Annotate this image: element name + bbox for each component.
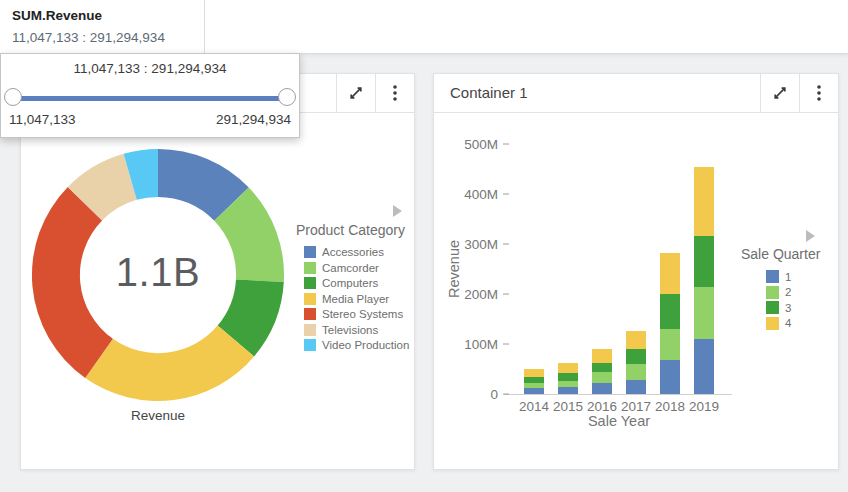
slider-labels: 11,047,133 291,294,934 bbox=[9, 112, 291, 127]
legend-collapse-icon[interactable] bbox=[393, 205, 402, 217]
slider-handle-max[interactable] bbox=[278, 88, 296, 106]
legend-item-computers[interactable]: Computers bbox=[304, 277, 416, 289]
y-tick-label: 500M bbox=[464, 137, 498, 152]
legend-swatch bbox=[766, 301, 779, 314]
x-tick-label: 2018 bbox=[655, 399, 685, 414]
bar-2018-q1[interactable] bbox=[660, 360, 680, 394]
bar-2016-q4[interactable] bbox=[592, 349, 612, 363]
bar-2017-q2[interactable] bbox=[626, 364, 646, 380]
legend-label: 4 bbox=[785, 317, 791, 329]
filter-range-value: 11,047,133 : 291,294,934 bbox=[12, 30, 192, 45]
bar-2015-q1[interactable] bbox=[558, 387, 578, 394]
legend-label: Video Production bbox=[322, 339, 409, 351]
legend-item-1[interactable]: 1 bbox=[766, 270, 836, 283]
x-tick-label: 2019 bbox=[689, 399, 719, 414]
legend-item-camcorder[interactable]: Camcorder bbox=[304, 262, 416, 274]
legend-label: Media Player bbox=[322, 293, 389, 305]
x-tick-label: 2014 bbox=[519, 399, 550, 414]
panel-title: Container 1 bbox=[434, 74, 760, 112]
legend-swatch bbox=[304, 339, 316, 351]
x-tick-label: 2015 bbox=[553, 399, 583, 414]
donut-legend-title: Product Category bbox=[296, 222, 416, 238]
slider-max-label: 291,294,934 bbox=[216, 112, 291, 127]
y-tick-label: 100M bbox=[464, 337, 498, 352]
legend-item-2[interactable]: 2 bbox=[766, 286, 836, 299]
bar-legend-title: Sale Quarter bbox=[741, 246, 836, 262]
donut-legend: Product Category AccessoriesCamcorderCom… bbox=[296, 222, 416, 355]
kebab-menu-icon[interactable] bbox=[799, 74, 838, 112]
bar-2015-q4[interactable] bbox=[558, 363, 578, 373]
legend-swatch bbox=[766, 317, 779, 330]
y-tick-label: 200M bbox=[464, 287, 498, 302]
revenue-filter-card[interactable]: SUM.Revenue 11,047,133 : 291,294,934 bbox=[0, 0, 205, 53]
legend-swatch bbox=[304, 277, 316, 289]
bar-2015-q3[interactable] bbox=[558, 373, 578, 381]
slider-range-label: 11,047,133 : 291,294,934 bbox=[1, 61, 299, 76]
bar-panel-header: Container 1 bbox=[434, 74, 838, 113]
legend-label: 3 bbox=[785, 302, 791, 314]
legend-item-stereo-systems[interactable]: Stereo Systems bbox=[304, 308, 416, 320]
bar-2019-q1[interactable] bbox=[694, 339, 714, 394]
legend-item-televisions[interactable]: Televisions bbox=[304, 324, 416, 336]
bar-2018-q4[interactable] bbox=[660, 253, 680, 294]
bar-2018-q2[interactable] bbox=[660, 329, 680, 360]
x-tick-label: 2016 bbox=[587, 399, 617, 414]
x-axis-title: Sale Year bbox=[588, 413, 650, 429]
bar-2016-q3[interactable] bbox=[592, 363, 612, 372]
legend-label: Stereo Systems bbox=[322, 308, 403, 320]
slider-min-label: 11,047,133 bbox=[9, 112, 76, 127]
filter-bar: SUM.Revenue 11,047,133 : 291,294,934 bbox=[0, 0, 848, 54]
range-slider[interactable] bbox=[1, 87, 299, 109]
kebab-menu-icon[interactable] bbox=[375, 74, 414, 112]
legend-swatch bbox=[304, 324, 316, 336]
legend-label: Computers bbox=[322, 277, 378, 289]
donut-legend-items: AccessoriesCamcorderComputersMedia Playe… bbox=[296, 246, 416, 351]
legend-swatch bbox=[766, 270, 779, 283]
donut-segment-media-player[interactable] bbox=[85, 326, 254, 402]
legend-item-4[interactable]: 4 bbox=[766, 317, 836, 330]
legend-label: Accessories bbox=[322, 246, 384, 258]
x-tick-label: 2017 bbox=[621, 399, 651, 414]
legend-item-3[interactable]: 3 bbox=[766, 301, 836, 314]
legend-item-accessories[interactable]: Accessories bbox=[304, 246, 416, 258]
legend-swatch bbox=[304, 246, 316, 258]
bar-2014-q3[interactable] bbox=[524, 377, 544, 383]
donut-measure-label: Revenue bbox=[58, 408, 258, 423]
legend-item-video-production[interactable]: Video Production bbox=[304, 339, 416, 351]
legend-label: Camcorder bbox=[322, 262, 379, 274]
legend-collapse-icon[interactable] bbox=[806, 230, 815, 242]
legend-swatch bbox=[304, 293, 316, 305]
filter-title: SUM.Revenue bbox=[12, 8, 192, 23]
legend-swatch bbox=[304, 308, 316, 320]
bar-2016-q2[interactable] bbox=[592, 372, 612, 383]
y-tick-label: 400M bbox=[464, 187, 498, 202]
bar-2017-q1[interactable] bbox=[626, 380, 646, 394]
slider-track[interactable] bbox=[7, 96, 293, 101]
expand-icon[interactable] bbox=[760, 74, 799, 112]
bar-2019-q4[interactable] bbox=[694, 167, 714, 236]
bar-panel: Container 1 0100M200M300M400M500M2014201… bbox=[433, 73, 839, 470]
bar-2019-q3[interactable] bbox=[694, 236, 714, 287]
y-axis-title: Revenue bbox=[446, 240, 462, 298]
bar-2015-q2[interactable] bbox=[558, 381, 578, 387]
bar-2017-q3[interactable] bbox=[626, 349, 646, 364]
legend-label: 2 bbox=[785, 286, 791, 298]
slider-handle-min[interactable] bbox=[4, 88, 22, 106]
range-slider-popup: 11,047,133 : 291,294,934 11,047,133 291,… bbox=[0, 53, 300, 138]
legend-label: Televisions bbox=[322, 324, 378, 336]
donut-center-value: 1.1B bbox=[58, 250, 258, 295]
bar-2014-q1[interactable] bbox=[524, 388, 544, 394]
y-tick-label: 300M bbox=[464, 237, 498, 252]
bar-2014-q4[interactable] bbox=[524, 369, 544, 377]
bar-2014-q2[interactable] bbox=[524, 383, 544, 388]
expand-icon[interactable] bbox=[336, 74, 375, 112]
legend-swatch bbox=[766, 286, 779, 299]
bar-2018-q3[interactable] bbox=[660, 294, 680, 329]
bar-legend-items: 1234 bbox=[741, 270, 836, 330]
bar-2017-q4[interactable] bbox=[626, 331, 646, 349]
bar-2019-q2[interactable] bbox=[694, 287, 714, 339]
legend-label: 1 bbox=[785, 271, 791, 283]
bar-2016-q1[interactable] bbox=[592, 383, 612, 394]
legend-item-media-player[interactable]: Media Player bbox=[304, 293, 416, 305]
y-tick-label: 0 bbox=[490, 387, 498, 402]
